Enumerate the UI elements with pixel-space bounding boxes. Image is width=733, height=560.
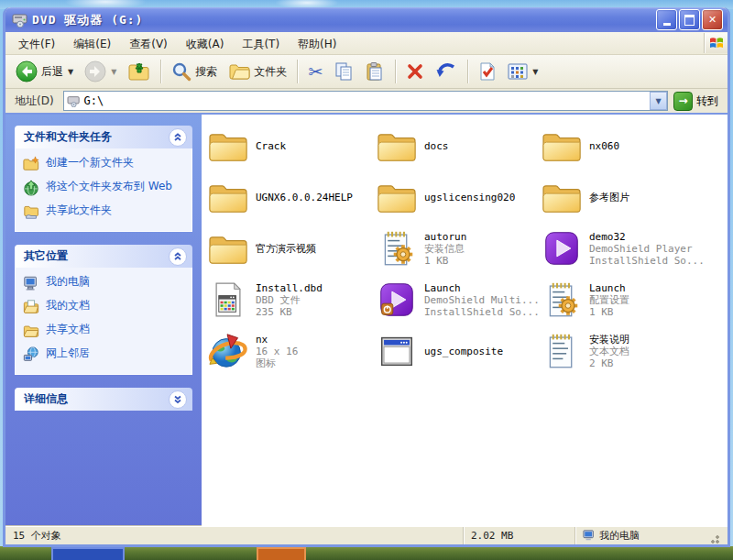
menu-item[interactable]: 工具(T) bbox=[233, 35, 289, 53]
up-button[interactable] bbox=[123, 58, 155, 85]
file-item[interactable]: 安装说明文本文档2 KB bbox=[541, 327, 728, 375]
explorer-window: DVD 驱动器 (G:) ✕ 文件(F)编辑(E)查看(V)收藏(A)工具(T)… bbox=[3, 7, 730, 547]
window-title: DVD 驱动器 (G:) bbox=[32, 12, 656, 28]
file-item[interactable]: 参考图片 bbox=[541, 173, 728, 221]
publish-web-icon bbox=[23, 180, 39, 196]
panel-title: 文件和文件夹任务 bbox=[24, 129, 112, 145]
address-input[interactable]: G:\ bbox=[84, 94, 650, 107]
file-item-name: Install.dbd bbox=[256, 282, 323, 294]
task-link-label: 我的文档 bbox=[46, 299, 90, 312]
delete-button[interactable] bbox=[401, 60, 429, 83]
panel-header[interactable]: 其它位置 bbox=[15, 245, 192, 268]
back-button[interactable]: 后退 ▼ bbox=[11, 58, 78, 85]
new-folder-icon bbox=[23, 156, 39, 172]
folder-icon bbox=[376, 125, 418, 167]
task-link-label: 创建一个新文件夹 bbox=[46, 156, 134, 169]
file-item[interactable]: docs bbox=[376, 122, 541, 170]
task-panel: 其它位置我的电脑我的文档共享文档网上邻居 bbox=[15, 245, 192, 375]
file-item[interactable]: Crack bbox=[207, 122, 376, 170]
folder-up-icon bbox=[127, 60, 150, 82]
file-item[interactable]: Install.dbdDBD 文件235 KB bbox=[207, 276, 376, 324]
panel-body: 我的电脑我的文档共享文档网上邻居 bbox=[15, 268, 192, 375]
demoshield-icon bbox=[541, 227, 583, 269]
check-document-icon bbox=[478, 61, 497, 82]
address-combo[interactable]: G:\ ▼ bbox=[63, 91, 668, 111]
file-item[interactable]: demo32DemoShield PlayerInstallShield So.… bbox=[541, 225, 728, 272]
file-item-name: 官方演示视频 bbox=[256, 243, 316, 255]
minimize-button[interactable] bbox=[656, 9, 677, 30]
folder-icon bbox=[541, 176, 583, 218]
file-item[interactable]: LaunchDemoShield Multi...InstallShield S… bbox=[376, 276, 541, 324]
config-icon bbox=[376, 227, 418, 269]
menu-item[interactable]: 文件(F) bbox=[9, 35, 64, 53]
folders-button[interactable]: 文件夹 bbox=[224, 59, 291, 84]
maximize-button[interactable] bbox=[679, 9, 700, 30]
panel-title: 其它位置 bbox=[24, 248, 68, 264]
toolbar: 后退 ▼ ▼ 搜索 bbox=[5, 55, 728, 89]
resize-grip[interactable] bbox=[707, 532, 720, 544]
folders-icon bbox=[228, 61, 250, 82]
folder-icon bbox=[207, 227, 249, 269]
file-item-detail: 235 KB bbox=[256, 306, 323, 318]
menu-item[interactable]: 帮助(H) bbox=[289, 35, 345, 53]
views-dropdown[interactable]: ▼ bbox=[532, 68, 538, 76]
file-item-detail: DemoShield Multi... bbox=[424, 294, 540, 306]
menu-item[interactable]: 收藏(A) bbox=[177, 35, 234, 53]
chevron-down-icon[interactable] bbox=[169, 390, 187, 409]
task-link[interactable]: 我的电脑 bbox=[23, 275, 184, 291]
file-item[interactable]: Launch配置设置1 KB bbox=[541, 276, 728, 324]
chevron-up-icon[interactable] bbox=[169, 247, 187, 266]
cut-button[interactable]: ✂ bbox=[303, 60, 327, 83]
task-link[interactable]: 我的文档 bbox=[23, 299, 184, 315]
file-item[interactable]: nx16 x 16图标 bbox=[207, 327, 376, 375]
file-item-detail: 2 KB bbox=[589, 357, 629, 369]
task-link[interactable]: 网上邻居 bbox=[23, 346, 184, 363]
task-link[interactable]: 将这个文件夹发布到 Web bbox=[23, 180, 184, 196]
address-label: 地址(D) bbox=[9, 93, 60, 109]
file-item[interactable]: nx060 bbox=[541, 122, 728, 170]
file-item[interactable]: 官方演示视频 bbox=[207, 225, 376, 272]
back-icon bbox=[16, 60, 38, 82]
file-item-detail: 1 KB bbox=[424, 255, 466, 267]
panel-header[interactable]: 详细信息 bbox=[15, 388, 192, 411]
file-list-pane[interactable]: Crackdocsnx060UGNX6.0.0.24HELPugslicensi… bbox=[202, 115, 728, 526]
undo-button[interactable] bbox=[431, 59, 462, 84]
file-item-detail: DBD 文件 bbox=[256, 294, 323, 306]
task-link[interactable]: 共享此文件夹 bbox=[23, 203, 184, 220]
views-button[interactable]: ▼ bbox=[503, 60, 542, 83]
forward-dropdown[interactable]: ▼ bbox=[111, 68, 116, 76]
address-dropdown[interactable]: ▼ bbox=[650, 92, 667, 110]
file-item[interactable]: ugslicensing020 bbox=[376, 173, 541, 221]
search-button[interactable]: 搜索 bbox=[167, 59, 222, 84]
computer-icon bbox=[23, 275, 39, 291]
folder-icon bbox=[376, 176, 418, 218]
task-pane: 文件和文件夹任务创建一个新文件夹将这个文件夹发布到 Web共享此文件夹其它位置我… bbox=[5, 115, 202, 526]
file-item[interactable]: autorun安装信息1 KB bbox=[376, 225, 541, 272]
go-button[interactable]: → 转到 bbox=[672, 92, 724, 111]
background-window-fragment bbox=[257, 547, 306, 560]
back-dropdown[interactable]: ▼ bbox=[68, 68, 73, 76]
chevron-up-icon[interactable] bbox=[169, 128, 187, 147]
task-link[interactable]: 创建一个新文件夹 bbox=[23, 156, 184, 172]
folder-icon bbox=[207, 176, 249, 218]
undo-icon bbox=[435, 61, 457, 82]
copy-button[interactable] bbox=[329, 59, 358, 84]
file-item-name: 参考图片 bbox=[589, 192, 629, 203]
title-bar[interactable]: DVD 驱动器 (G:) ✕ bbox=[5, 7, 728, 32]
file-item-name: demo32 bbox=[589, 231, 705, 243]
forward-button[interactable]: ▼ bbox=[80, 58, 121, 85]
sync-check-button[interactable] bbox=[474, 59, 501, 84]
status-size: 2.02 MB bbox=[463, 527, 574, 544]
menu-bar: 文件(F)编辑(E)查看(V)收藏(A)工具(T)帮助(H) bbox=[5, 32, 728, 55]
file-item[interactable]: ugs_composite bbox=[376, 327, 541, 375]
file-item[interactable]: UGNX6.0.0.24HELP bbox=[207, 173, 376, 221]
menu-item[interactable]: 编辑(E) bbox=[64, 35, 120, 53]
dvd-drive-icon bbox=[12, 13, 28, 27]
paste-button[interactable] bbox=[360, 59, 389, 84]
menu-item[interactable]: 查看(V) bbox=[120, 35, 177, 53]
panel-header[interactable]: 文件和文件夹任务 bbox=[15, 126, 192, 148]
close-button[interactable]: ✕ bbox=[702, 9, 723, 30]
task-link[interactable]: 共享文档 bbox=[23, 323, 184, 339]
file-item-detail: 配置设置 bbox=[589, 294, 629, 306]
forward-icon bbox=[84, 60, 106, 82]
